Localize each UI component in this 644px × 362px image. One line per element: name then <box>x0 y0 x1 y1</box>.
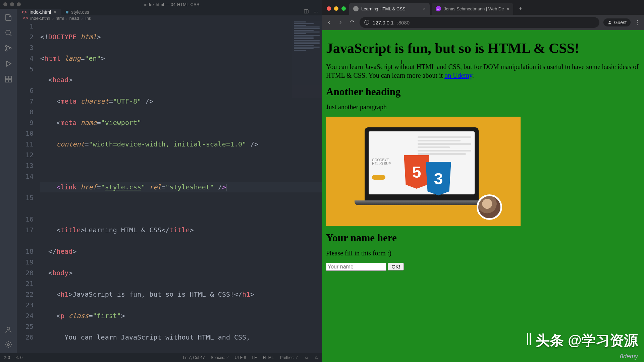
css3-shield-icon: 3 <box>423 162 453 195</box>
gear-icon[interactable] <box>4 340 13 349</box>
extensions-icon[interactable] <box>4 74 13 84</box>
new-tab-button[interactable]: + <box>515 5 526 15</box>
udemy-watermark: ûdemy <box>620 353 638 360</box>
maximize-window-icon[interactable] <box>17 2 21 6</box>
form-row: OK! <box>326 263 640 271</box>
breadcrumb-item[interactable]: head <box>69 16 79 21</box>
favicon-icon <box>353 6 359 11</box>
watermark-logo-icon <box>527 333 532 349</box>
breadcrumb-item[interactable]: link <box>85 16 91 21</box>
maximize-window-icon[interactable] <box>341 6 346 11</box>
form-heading: Your name here <box>326 232 640 244</box>
browser-window: Learning HTML & CSS × u Jonas Schmedtman… <box>322 0 644 362</box>
status-spaces[interactable]: Spaces: 2 <box>211 355 228 360</box>
close-tab-icon[interactable]: × <box>506 6 509 11</box>
browser-tab-inactive[interactable]: u Jonas Schmedtmann | Web De × <box>432 3 513 15</box>
tab-title: Jonas Schmedtmann | Web De <box>444 6 504 11</box>
window-controls <box>326 6 349 15</box>
chevron-right-icon: › <box>66 16 67 21</box>
svg-rect-5 <box>9 76 11 79</box>
status-eol[interactable]: LF <box>252 355 257 360</box>
page-heading: JavaScript is fun, but so is HTML & CSS! <box>326 40 640 56</box>
svg-point-8 <box>7 327 10 330</box>
breadcrumb-item[interactable]: index.html <box>30 16 50 21</box>
course-image: GOODBYEHELLO SUP 5 3 <box>326 117 521 226</box>
page-paragraph-first: You can learn JavaScript without HTML an… <box>326 62 640 80</box>
page-subheading: Another heading <box>326 86 640 98</box>
address-bar[interactable]: ⓘ 127.0.0.1:8080 <box>360 17 599 28</box>
minimize-window-icon[interactable] <box>334 6 338 11</box>
svg-rect-6 <box>5 79 8 82</box>
svg-point-11 <box>609 21 610 22</box>
status-lang[interactable]: HTML <box>263 355 274 360</box>
vscode-titlebar: index.html — 04-HTML-CSS <box>0 0 322 9</box>
status-prettier[interactable]: Prettier: ✓ <box>280 355 298 360</box>
minimap[interactable] <box>292 21 322 98</box>
svg-point-3 <box>10 48 11 49</box>
browser-menu-icon[interactable]: ⋮ <box>635 19 641 26</box>
close-window-icon[interactable] <box>327 6 331 11</box>
favicon-icon: u <box>436 6 441 11</box>
search-icon[interactable] <box>4 28 13 38</box>
page-paragraph-second: Just another paragraph <box>326 103 640 111</box>
svg-point-9 <box>7 344 9 346</box>
browser-tab-strip: Learning HTML & CSS × u Jonas Schmedtman… <box>322 0 644 15</box>
tab-style-css[interactable]: # style.css <box>61 9 94 15</box>
name-input[interactable] <box>326 263 386 271</box>
status-lncol[interactable]: Ln 7, Col 47 <box>183 355 205 360</box>
css-file-icon: # <box>66 9 68 15</box>
profile-button[interactable]: Guest <box>603 18 631 26</box>
status-encoding[interactable]: UTF-8 <box>235 355 246 360</box>
account-icon[interactable] <box>4 325 13 335</box>
chevron-right-icon: › <box>52 16 54 21</box>
status-warnings[interactable]: ⚠ 0 <box>15 355 22 360</box>
split-editor-icon[interactable] <box>304 9 309 15</box>
url-port: :8080 <box>397 20 410 25</box>
instructor-avatar <box>477 194 502 220</box>
back-button[interactable] <box>325 19 333 26</box>
close-tab-icon[interactable]: × <box>423 6 426 11</box>
close-tab-icon[interactable]: × <box>54 9 56 15</box>
reload-button[interactable] <box>348 19 356 26</box>
tab-label: style.css <box>71 9 89 15</box>
tab-index-html[interactable]: <> index.html × <box>17 9 61 15</box>
line-gutter: 1234567891011121314151617181920212223242… <box>17 21 40 353</box>
source-control-icon[interactable] <box>4 44 13 53</box>
site-info-icon[interactable]: ⓘ <box>364 19 369 26</box>
html-file-icon: <> <box>23 15 28 21</box>
activity-bar <box>0 9 17 353</box>
code-editor[interactable]: 1234567891011121314151617181920212223242… <box>17 21 322 353</box>
code-content[interactable]: <!DOCTYPE html> <html lang="en"> <head> … <box>40 21 322 353</box>
udemy-link[interactable]: on Udemy <box>444 72 472 79</box>
status-feedback-icon[interactable]: ☺ <box>305 355 309 360</box>
chevron-right-icon: › <box>81 16 83 21</box>
svg-point-2 <box>6 50 7 51</box>
ok-button[interactable]: OK! <box>388 263 404 270</box>
run-debug-icon[interactable] <box>4 59 13 68</box>
status-bell-icon[interactable]: 🕭 <box>315 355 319 360</box>
forward-button[interactable] <box>337 19 344 26</box>
svg-rect-7 <box>9 79 11 82</box>
svg-point-0 <box>6 30 10 35</box>
breadcrumb-item[interactable]: html <box>56 16 64 21</box>
browser-tab-active[interactable]: Learning HTML & CSS × <box>349 3 430 15</box>
status-bar: ⊘ 0 ⚠ 0 Ln 7, Col 47 Spaces: 2 UTF-8 LF … <box>0 353 322 362</box>
window-controls <box>3 2 21 6</box>
editor-tabs: <> index.html × # style.css ··· <box>17 9 322 15</box>
tab-title: Learning HTML & CSS <box>361 6 420 11</box>
editor-area: <> index.html × # style.css ··· <> index… <box>17 9 322 353</box>
breadcrumb[interactable]: <> index.html › html › head › link <box>17 15 322 21</box>
status-errors[interactable]: ⊘ 0 <box>3 355 10 360</box>
more-actions-icon[interactable]: ··· <box>314 9 318 15</box>
close-window-icon[interactable] <box>3 2 7 6</box>
url-host: 127.0.0.1 <box>373 20 394 25</box>
watermark: 头条 @学习资源 <box>527 331 638 350</box>
browser-toolbar: ⓘ 127.0.0.1:8080 Guest ⋮ <box>322 15 644 30</box>
page-viewport: JavaScript is fun, but so is HTML & CSS!… <box>322 30 644 362</box>
window-title: index.html — 04-HTML-CSS <box>25 2 319 7</box>
html-file-icon: <> <box>21 9 27 15</box>
profile-label: Guest <box>614 20 627 25</box>
minimize-window-icon[interactable] <box>10 2 14 6</box>
explorer-icon[interactable] <box>4 13 13 22</box>
tab-label: index.html <box>30 9 51 15</box>
